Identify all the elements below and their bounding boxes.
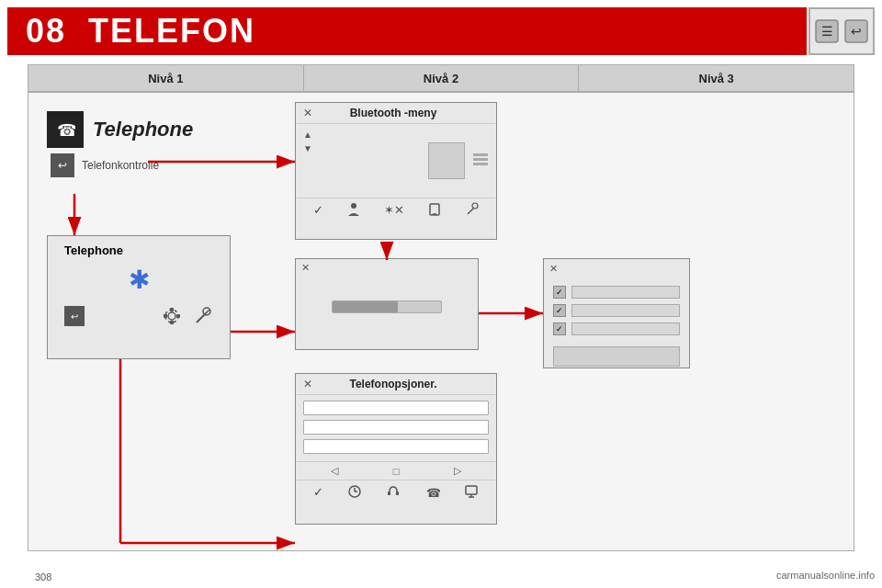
svg-point-6	[165, 310, 178, 322]
clock-icon	[347, 484, 362, 499]
check-icon: ✓	[313, 203, 323, 217]
svg-rect-26	[396, 492, 399, 495]
svg-rect-9	[164, 314, 167, 318]
telephone-heading: Telephone	[93, 118, 193, 141]
bluetooth-box: ✕ Bluetooth -meny ▲ ▼	[295, 102, 497, 240]
svg-rect-25	[388, 492, 390, 495]
svg-text:☎: ☎	[57, 121, 75, 140]
level3-row-3: ✓	[553, 322, 680, 335]
checkbox-1: ✓	[553, 286, 566, 299]
middle-box-x: ✕	[296, 259, 478, 277]
level3-row-1: ✓	[553, 286, 680, 299]
level3-rows: ✓ ✓ ✓	[544, 278, 689, 343]
svg-rect-28	[466, 486, 477, 494]
middle-box: ✕	[295, 258, 479, 350]
telefonopsjoner-box: ✕ Telefonopsjoner. ◁ □ ▷ ✓	[295, 373, 497, 525]
telefonopsjoner-fields	[296, 395, 496, 459]
back-icon-small: ↩	[51, 153, 74, 177]
svg-point-5	[168, 312, 175, 320]
bluetooth-close-x[interactable]: ✕	[303, 107, 312, 119]
bluetooth-list-area	[428, 142, 465, 179]
bluetooth-box-header: ✕ Bluetooth -meny	[296, 103, 496, 124]
handset-icon: ☎	[55, 119, 75, 140]
svg-rect-8	[170, 321, 174, 324]
next-arrow[interactable]: ▷	[454, 465, 461, 477]
header-red-bar: 08 TELEFON	[7, 7, 807, 55]
telefonopsjoner-title: Telefonopsjoner.	[349, 378, 436, 390]
col-header-1: Nivå 1	[28, 65, 304, 91]
level3-box: ✕ ✓ ✓ ✓	[543, 258, 690, 368]
col-header-2: Nivå 2	[304, 65, 580, 91]
progress-bar-fill	[333, 301, 398, 312]
nav-row: ◁ □ ▷	[296, 461, 496, 481]
header-title: 08 TELEFON	[26, 12, 255, 51]
level3-column: ✕ ✓ ✓ ✓	[525, 93, 855, 550]
svg-point-17	[351, 203, 356, 209]
wrench-small-icon	[465, 202, 480, 217]
telephone-box-bottom: ↩	[55, 306, 222, 326]
nav-icon-2: ↩	[843, 18, 869, 44]
svg-text:☰: ☰	[821, 24, 833, 39]
subtitle-row: ↩ Telefonkontrolle	[51, 153, 193, 177]
svg-rect-18	[430, 204, 439, 215]
chapter-number: 08	[26, 12, 66, 50]
gear-wrench-icons	[162, 306, 213, 326]
telefonopsjoner-close-x[interactable]: ✕	[303, 378, 312, 390]
headset-icon	[386, 484, 401, 499]
prev-arrow[interactable]: ◁	[331, 465, 338, 477]
level3-bottom-field	[553, 346, 680, 367]
bluetooth-footer: ✓ ✶✕	[296, 198, 496, 220]
svg-rect-15	[473, 158, 488, 161]
svg-text:☎: ☎	[426, 486, 440, 499]
svg-rect-14	[473, 153, 488, 156]
columns-header: Nivå 1 Nivå 2 Nivå 3	[28, 64, 854, 92]
middle-box-content	[296, 277, 478, 336]
watermark: carmanualsonline.info	[776, 570, 875, 581]
scroll-arrows: ▲ ▼	[303, 130, 312, 153]
phone-icon-large: ☎	[47, 111, 84, 148]
level1-column: ☎ Telephone ↩ Telefonkontrolle Telephone…	[28, 93, 277, 550]
bt-x-icon: ✶✕	[384, 203, 404, 217]
svg-rect-7	[170, 308, 174, 311]
input-field-3[interactable]	[303, 439, 489, 454]
figure-icon	[346, 202, 361, 217]
svg-text:↩: ↩	[851, 24, 862, 39]
field-3	[571, 322, 680, 335]
svg-line-13	[205, 310, 209, 314]
bluetooth-box-title: Bluetooth -meny	[350, 107, 437, 119]
title-text: TELEFON	[88, 12, 255, 50]
level3-row-2: ✓	[553, 304, 680, 317]
header: 08 TELEFON ☰ ↩	[0, 0, 882, 64]
level2-column: ✕ Bluetooth -meny ▲ ▼	[277, 93, 525, 550]
input-field-1[interactable]	[303, 401, 489, 415]
subtitle-text: Telefonkontrolle	[82, 159, 159, 172]
phone-signal-icon	[427, 202, 442, 217]
nav-icon-1: ☰	[814, 18, 840, 44]
monitor-icon	[464, 484, 479, 499]
checkbox-2: ✓	[553, 304, 566, 317]
telephone-box-title: Telephone	[64, 243, 123, 257]
progress-bar	[332, 300, 442, 313]
level3-x: ✕	[544, 259, 689, 278]
field-2	[571, 304, 680, 317]
svg-rect-10	[176, 314, 180, 318]
input-field-2[interactable]	[303, 420, 489, 435]
bluetooth-content-area: ▲ ▼	[296, 124, 496, 198]
svg-point-21	[472, 203, 478, 209]
header-icon-box: ☰ ↩	[808, 7, 875, 55]
rect-button[interactable]: □	[393, 466, 400, 477]
telefonopsjoner-footer: ✓ ☎	[296, 481, 496, 503]
col-header-3: Nivå 3	[579, 65, 854, 91]
telephone-heading-row: ☎ Telephone	[47, 111, 193, 148]
telefonopsjoner-header: ✕ Telefonopsjoner.	[296, 374, 496, 395]
gear-icon	[162, 306, 182, 326]
page-number: 308	[35, 571, 51, 582]
field-1	[571, 286, 680, 299]
top-telephone-item: ☎ Telephone ↩ Telefonkontrolle	[47, 111, 193, 177]
svg-rect-16	[473, 163, 488, 165]
telephone-main-box: Telephone ✱ ↩	[47, 235, 231, 359]
phone-icon-2: ☎	[425, 484, 440, 499]
check-icon-2: ✓	[313, 485, 323, 499]
list-icon	[472, 153, 489, 169]
checkbox-3: ✓	[553, 322, 566, 335]
